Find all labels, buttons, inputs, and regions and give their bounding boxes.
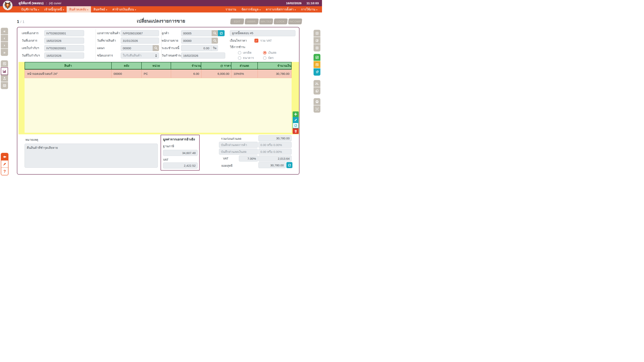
menu-item-daily-journal[interactable]: บัญชีรายวัน▾ xyxy=(18,6,42,12)
print-button[interactable] xyxy=(314,98,320,105)
revert-button[interactable] xyxy=(314,61,320,68)
revert-icon xyxy=(315,63,319,66)
edit-document-icon xyxy=(315,39,319,42)
save-actions-toolbar xyxy=(314,54,320,76)
document-actions-toolbar xyxy=(314,30,320,51)
vat-rate-value[interactable] xyxy=(239,155,258,161)
list-view-button[interactable] xyxy=(1,82,8,89)
payment-radio-credit[interactable] xyxy=(238,51,241,54)
form-column-3: ลูกค้า พนักงานขาย ระยะชำระหนี้ วัน xyxy=(162,30,298,60)
menu-item-code-tables-settings[interactable]: ตารางรหัส/การตั้งค่า▾ xyxy=(263,6,298,12)
grid-empty-area xyxy=(24,78,292,133)
vat-included-checkbox[interactable]: ✓ xyxy=(254,39,258,43)
menu-item-inventory[interactable]: สินค้าคงคลัง▾ xyxy=(66,6,91,12)
customer-search-button[interactable] xyxy=(212,30,218,36)
net-total-value[interactable] xyxy=(258,162,286,168)
file-plus-icon xyxy=(315,31,319,35)
credit-term-label: ระยะชำระหนี้ xyxy=(162,46,181,50)
first-record-button[interactable]: « xyxy=(1,28,8,35)
salesman-input[interactable] xyxy=(181,38,212,44)
previous-record-button[interactable]: ‹ xyxy=(1,35,8,42)
qr-code-icon xyxy=(315,107,319,111)
trade-discount-input[interactable] xyxy=(219,142,258,148)
ref-vat-value[interactable] xyxy=(163,162,198,169)
cash-discount-value-input[interactable] xyxy=(258,149,292,155)
header-datetime: 16/02/2026 11:10:03 xyxy=(282,0,319,6)
expand-grid-button[interactable] xyxy=(292,123,299,128)
cash-discount-input[interactable] xyxy=(219,149,258,155)
department-search-button[interactable] xyxy=(153,45,159,51)
check-square-icon xyxy=(315,56,319,59)
tax-invoice-no-input[interactable] xyxy=(44,45,84,51)
trade-discount-value-input[interactable] xyxy=(258,142,292,148)
credit-term-input[interactable] xyxy=(181,45,211,51)
edit-document-button[interactable] xyxy=(314,37,320,44)
net-total-label: ยอดสุทธิ xyxy=(222,163,233,168)
help-button[interactable]: ? xyxy=(1,168,8,175)
attachment-button[interactable] xyxy=(314,68,320,76)
edit-row-button[interactable] xyxy=(292,117,299,123)
price-condition-label: เงื่อนไขราคา xyxy=(230,38,254,43)
menu-item-assets[interactable]: สินทรัพย์▾ xyxy=(91,6,110,12)
output-toolbar xyxy=(314,98,320,113)
status-badge-whtax: WH.TAX xyxy=(259,18,273,24)
new-document-button[interactable] xyxy=(314,30,320,37)
menu-item-payable-receivable[interactable]: เจ้าหนี้/ลูกหนี้▾ xyxy=(42,6,66,12)
document-form-panel: เลขที่เอกสาร วันที่เอกสาร เลขใบกำกับฯ วั… xyxy=(17,27,300,175)
table-list-icon xyxy=(3,84,6,87)
payment-radio-cash[interactable] xyxy=(263,51,266,54)
customer-code-input[interactable] xyxy=(181,30,212,36)
doc-date-input[interactable] xyxy=(44,38,84,44)
pin-button[interactable] xyxy=(1,160,8,168)
payment-radio-card[interactable] xyxy=(263,56,266,60)
status-badge-abbr: ABBR. xyxy=(244,18,258,24)
salesman-label: พนักงานขาย xyxy=(162,38,181,43)
chart-view-button[interactable] xyxy=(1,67,8,75)
add-row-button[interactable] xyxy=(292,111,299,117)
delete-document-button[interactable] xyxy=(314,44,320,51)
delete-row-button[interactable] xyxy=(292,128,299,134)
sale-date-input[interactable] xyxy=(121,38,159,44)
column-header-warehouse: คลัง xyxy=(112,62,142,69)
back-button[interactable] xyxy=(1,153,8,160)
menu-item-data-management[interactable]: จัดการข้อมูล▾ xyxy=(239,6,263,12)
vat-amount-value[interactable] xyxy=(258,155,292,161)
journal-toolbar: JL xyxy=(314,80,320,94)
last-record-button[interactable]: » xyxy=(1,49,8,56)
doc-type-select[interactable]: ใบรับคืนสินค้า xyxy=(121,52,159,58)
form-column-divider xyxy=(96,29,96,60)
pre-discount-value[interactable] xyxy=(258,135,292,141)
header-date: 16/02/2026 xyxy=(286,1,302,5)
doc-no-input[interactable] xyxy=(44,30,84,36)
caret-down-icon: ▾ xyxy=(295,9,296,11)
payment-radio-cash-label: เงินสด xyxy=(268,50,276,55)
upload-button[interactable] xyxy=(1,75,8,82)
tax-invoice-date-input[interactable] xyxy=(44,52,84,58)
net-total-expand-button[interactable] xyxy=(286,162,292,168)
customer-expand-button[interactable] xyxy=(218,30,224,36)
qr-scan-button[interactable] xyxy=(314,105,320,113)
table-row[interactable]: หน้าจอคอมพิวเตอร์ 24" 00000 PC 6.00 6,00… xyxy=(24,70,292,78)
menu-item-usage[interactable]: การใช้งาน▾ xyxy=(298,6,320,12)
upload-icon xyxy=(3,77,6,80)
department-input[interactable] xyxy=(121,45,153,51)
caret-down-icon: ▾ xyxy=(38,9,39,11)
menu-item-reports[interactable]: รายงาน xyxy=(223,6,239,12)
journal-button[interactable]: JL xyxy=(314,80,320,87)
payment-radio-bank[interactable] xyxy=(238,56,241,60)
caret-down-icon: ▾ xyxy=(106,9,107,11)
ref-tax-base-value[interactable] xyxy=(163,150,198,156)
customer-name-field[interactable] xyxy=(230,30,296,36)
menu-item-payroll[interactable]: ค่าจ้าง/เงินเดือน▾ xyxy=(110,6,139,12)
salesman-search-button[interactable] xyxy=(212,38,218,44)
search-preview-button[interactable] xyxy=(1,60,8,67)
next-record-button[interactable]: › xyxy=(1,42,8,49)
copy-icon xyxy=(315,89,319,93)
confirm-save-button[interactable] xyxy=(314,54,320,61)
sale-doc-input[interactable] xyxy=(121,30,159,36)
sale-date-label: วันที่ขายสินค้า xyxy=(97,38,121,43)
cell-amount: 30,780.00 xyxy=(258,70,292,78)
due-date-input[interactable] xyxy=(181,52,225,58)
notes-textarea[interactable]: คืนสินค้าที่ชำรุดเสียหาย xyxy=(24,144,158,168)
copy-document-button[interactable] xyxy=(314,87,320,94)
